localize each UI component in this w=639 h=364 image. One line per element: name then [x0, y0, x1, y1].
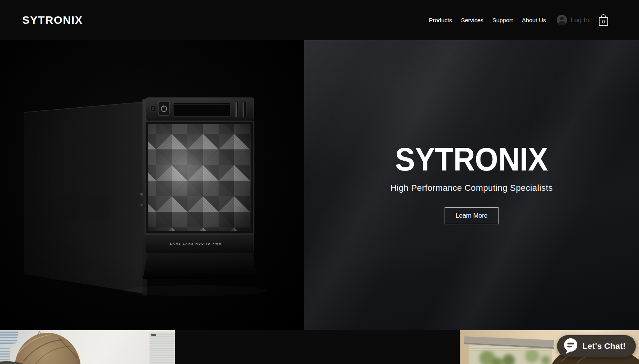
nav-item-services[interactable]: Services: [461, 17, 484, 23]
hero-title: SYTRONIX: [393, 146, 550, 173]
login-button[interactable]: Log In: [557, 15, 589, 25]
bottom-strip: [0, 330, 639, 364]
cart-count: 0: [602, 19, 605, 25]
learn-more-button[interactable]: Learn More: [445, 207, 498, 224]
svg-text:SYTRONIX: SYTRONIX: [395, 146, 548, 173]
bottom-left-image: [0, 330, 175, 364]
hero-subtitle: High Performance Computing Specialists: [390, 183, 553, 193]
cart-icon: 0: [598, 14, 609, 27]
user-avatar-icon: [557, 15, 567, 25]
brand-logo[interactable]: SYTRONIX: [22, 14, 83, 27]
chat-button[interactable]: Let's Chat!: [557, 335, 636, 357]
login-label: Log In: [571, 16, 589, 24]
cart-button[interactable]: 0: [598, 14, 609, 27]
hero-right-panel: SYTRONIX High Performance Computing Spec…: [304, 40, 639, 330]
nav-item-products[interactable]: Products: [429, 17, 452, 23]
nav-item-support[interactable]: Support: [492, 17, 513, 23]
server-cube-image: LAN1 LAN2 HDD ID PWR: [0, 40, 304, 330]
chat-bubble-icon: [564, 338, 578, 354]
hero-left-image: LAN1 LAN2 HDD ID PWR: [0, 40, 304, 330]
main-nav: Products Services Support About Us: [429, 17, 546, 23]
device-led-labels: LAN1 LAN2 HDD ID PWR: [170, 242, 222, 245]
chat-label: Let's Chat!: [582, 341, 626, 351]
site-header: SYTRONIX Products Services Support About…: [0, 0, 639, 40]
hero-section: LAN1 LAN2 HDD ID PWR SYTRONIX High Perfo…: [0, 40, 639, 330]
nav-item-about-us[interactable]: About Us: [522, 17, 546, 23]
